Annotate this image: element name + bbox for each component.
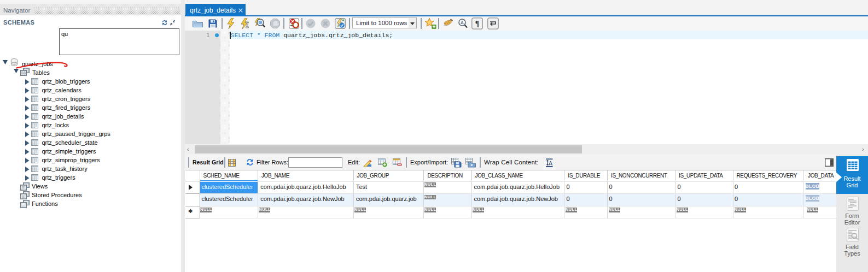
svg-text:¶: ¶: [475, 20, 480, 28]
svg-text:A: A: [461, 20, 464, 25]
svg-text:A: A: [549, 160, 552, 167]
